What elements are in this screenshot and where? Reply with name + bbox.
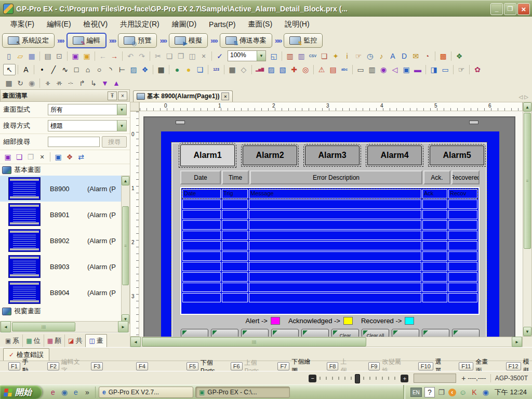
hmi-function-button[interactable]: [211, 329, 238, 337]
internet-explorer-icon[interactable]: e: [71, 387, 81, 397]
movie-player-icon[interactable]: ▥: [366, 64, 378, 75]
alarm-tab[interactable]: Alarm4: [367, 145, 422, 165]
ellipse-tool-icon[interactable]: ○: [94, 64, 105, 75]
paste-icon[interactable]: ❐: [175, 51, 187, 61]
copy-screen-icon[interactable]: ❏: [14, 152, 25, 162]
alarm-column-header[interactable]: Error Description: [250, 170, 422, 184]
function-key-f4[interactable]: F4: [136, 362, 150, 370]
move-parts-icon[interactable]: ✚: [288, 64, 300, 75]
address-settings-icon[interactable]: ▥: [284, 51, 296, 61]
window-tray-icon[interactable]: ❐: [437, 388, 446, 397]
base-screens-group[interactable]: 基本畫面: [0, 164, 130, 176]
menu-item[interactable]: 畫面(S): [242, 18, 278, 31]
canvas-vscrollbar[interactable]: ▲ ≡ ▼: [523, 102, 532, 337]
function-key-f3[interactable]: F3: [91, 362, 105, 370]
arc-tool-icon[interactable]: ◝: [105, 64, 116, 75]
redo-icon[interactable]: ↷: [136, 51, 148, 61]
restore-button[interactable]: ❐: [504, 3, 516, 15]
open-screen-icon[interactable]: ▣: [81, 51, 92, 61]
next-screen-icon[interactable]: →: [109, 51, 120, 61]
window-part-icon[interactable]: ❏: [194, 64, 206, 75]
taskbar-task-button[interactable]: ▣GP-Pro EX - C:\...: [195, 387, 290, 398]
delete-icon[interactable]: ×: [198, 51, 209, 61]
csv-export-icon[interactable]: CSV: [307, 51, 318, 61]
menu-item[interactable]: Parts(P): [203, 18, 242, 31]
zoom-slider[interactable]: [320, 376, 397, 381]
alarm-column-header[interactable]: Recovered: [451, 170, 480, 184]
menu-item[interactable]: 繪圖(D): [166, 18, 203, 31]
alarm-column-header[interactable]: Ack.: [423, 170, 450, 184]
sound-settings-icon[interactable]: ♪: [376, 51, 387, 61]
help-tray-icon[interactable]: ?: [424, 387, 435, 397]
alarm-summary-icon[interactable]: ▤: [327, 64, 339, 75]
historical-trend-icon[interactable]: ▨: [265, 64, 277, 75]
symbol-factory-icon[interactable]: ✿: [472, 64, 483, 75]
hmi-function-button[interactable]: [181, 329, 208, 337]
menu-item[interactable]: 檢視(V): [77, 18, 114, 31]
scroll-left-icon[interactable]: ◄: [130, 337, 141, 347]
quick-launch-chevron-icon[interactable]: »: [83, 387, 92, 397]
msn-explorer-icon[interactable]: e: [48, 387, 58, 397]
canvas-hscrollbar[interactable]: ◄ |||| ►: [130, 337, 523, 347]
line-tool-icon[interactable]: ╱: [48, 64, 59, 75]
workspace-tab-顏[interactable]: ▦顏: [44, 335, 64, 347]
workspace-tab-共[interactable]: ◪共: [64, 335, 85, 347]
paste-screen-icon[interactable]: ❐: [25, 152, 36, 162]
prev-screen-icon[interactable]: ←: [97, 51, 109, 61]
start-button[interactable]: 開始: [0, 385, 42, 399]
scrollbar-thumb[interactable]: ||||: [142, 337, 366, 347]
print-preview-icon[interactable]: ⊡: [54, 51, 65, 61]
remote-pc-icon[interactable]: ▣: [401, 64, 412, 75]
workflow-button[interactable]: ◎預覽: [118, 33, 157, 48]
screen-list-hscrollbar[interactable]: ◄ |||| ►: [0, 321, 129, 332]
screen-list-item[interactable]: B8904(Alarm (P: [0, 280, 130, 305]
bit-switch-icon[interactable]: -||-: [42, 78, 54, 88]
screen-list-item[interactable]: B8900(Alarm (P: [0, 176, 130, 202]
new-file-icon[interactable]: ▯: [3, 51, 15, 61]
text-table-icon[interactable]: A: [387, 51, 398, 61]
screen-scale-icon[interactable]: ◱: [268, 51, 280, 61]
transfer-screen-icon[interactable]: ⇄: [75, 152, 87, 162]
pin-icon[interactable]: Ŧ: [108, 91, 117, 100]
design-canvas[interactable]: Alarm1Alarm2Alarm3Alarm4Alarm5 DateTimeE…: [139, 111, 523, 337]
message-display-icon[interactable]: ▭: [440, 64, 451, 75]
workflow-button[interactable]: ↯監控: [284, 33, 323, 48]
lamp-state-icon[interactable]: ◉: [26, 78, 37, 88]
scrollbar-thumb[interactable]: ≡: [122, 206, 129, 285]
key-settings-icon[interactable]: ✦: [330, 51, 341, 61]
taskbar-task-button[interactable]: eGP-Pro EX V2.7...: [99, 387, 193, 398]
screen-property-icon[interactable]: ❖: [64, 152, 75, 162]
hmi-function-button[interactable]: [422, 329, 449, 337]
graph-part-icon[interactable]: ▂▅▇: [254, 64, 265, 75]
alarm-tab[interactable]: Alarm5: [430, 145, 484, 165]
hmi-function-button[interactable]: [271, 329, 299, 337]
preview-screen-icon[interactable]: ▣: [52, 152, 64, 162]
data-block-graph-icon[interactable]: ▧: [277, 64, 288, 75]
scroll-up-icon[interactable]: ▲: [523, 102, 531, 112]
word-switch-up-icon[interactable]: ▲: [111, 78, 122, 88]
momentary-off-icon[interactable]: ↳: [88, 78, 99, 88]
error-check-all-icon[interactable]: ✓: [214, 51, 225, 61]
parts-toolbox-icon[interactable]: ◇: [238, 64, 249, 75]
rectangle-tool-icon[interactable]: □: [71, 64, 82, 75]
chevron-down-icon[interactable]: ▼: [117, 104, 126, 115]
rotate-parts-icon[interactable]: ◎: [300, 64, 311, 75]
bit-switch-nc-icon[interactable]: -|/|-: [54, 78, 65, 88]
operation-log-icon[interactable]: ☞: [353, 51, 364, 61]
workflow-button[interactable]: ↖系統設定: [2, 33, 55, 48]
menu-item[interactable]: 說明(H): [278, 18, 315, 31]
undo-icon[interactable]: ↶: [125, 51, 136, 61]
backlight-color-icon[interactable]: ▩: [437, 51, 449, 61]
table-tool-icon[interactable]: ▦: [155, 64, 167, 75]
scheduler-icon[interactable]: ◔: [421, 51, 433, 61]
panel-close-icon[interactable]: ×: [118, 91, 127, 100]
recipe-icon[interactable]: ▬: [412, 64, 423, 75]
mail-settings-icon[interactable]: ✉: [410, 51, 421, 61]
tray-chevron-icon[interactable]: ‹: [448, 389, 456, 396]
device-monitor-icon[interactable]: ▥: [296, 51, 307, 61]
copy-icon[interactable]: ❏: [164, 51, 175, 61]
text-alarm-icon[interactable]: abc: [339, 64, 350, 75]
chevron-down-icon[interactable]: ▼: [117, 121, 126, 131]
scroll-left-icon[interactable]: ◄: [1, 321, 11, 332]
zoom-slider-knob[interactable]: [355, 374, 360, 383]
